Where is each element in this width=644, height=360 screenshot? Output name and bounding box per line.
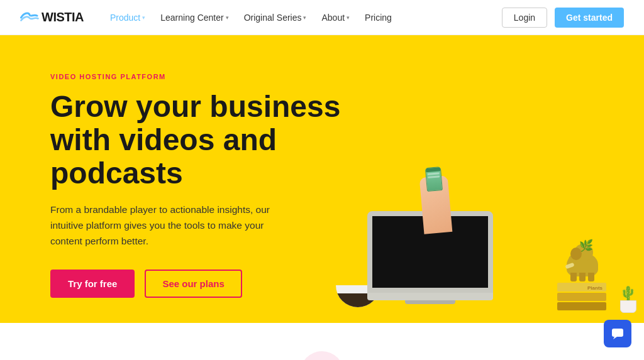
chevron-down-icon: ▾ bbox=[303, 14, 306, 21]
hero-description: From a brandable player to actionable in… bbox=[50, 202, 289, 249]
hero-title: Grow your business with videos and podca… bbox=[50, 90, 352, 190]
video-icon-container bbox=[300, 351, 344, 360]
below-hero-section bbox=[0, 323, 644, 360]
hero-image: 🌿 Plants 🌵 bbox=[317, 53, 644, 323]
laptop-stand bbox=[405, 300, 455, 304]
wistia-logo-icon bbox=[20, 11, 39, 25]
login-button[interactable]: Login bbox=[502, 8, 547, 28]
svg-marker-10 bbox=[613, 337, 617, 339]
logo[interactable]: WISTIA bbox=[20, 10, 84, 25]
nav-item-pricing[interactable]: Pricing bbox=[358, 9, 398, 26]
navbar: WISTIA Product ▾ Learning Center ▾ Origi… bbox=[0, 0, 644, 35]
hero-buttons: Try for free See our plans bbox=[50, 270, 352, 298]
try-for-free-button[interactable]: Try for free bbox=[50, 270, 135, 298]
nav-item-learning-center[interactable]: Learning Center ▾ bbox=[154, 9, 235, 26]
nav-item-original-series[interactable]: Original Series ▾ bbox=[238, 9, 313, 26]
chevron-down-icon: ▾ bbox=[142, 14, 145, 21]
nav-item-product[interactable]: Product ▾ bbox=[104, 9, 152, 26]
cactus-deco: 🌵 bbox=[619, 286, 636, 313]
hero-section: VIDEO HOSTING PLATFORM Grow your busines… bbox=[0, 35, 644, 323]
hero-eyebrow: VIDEO HOSTING PLATFORM bbox=[50, 73, 352, 80]
cactus-pot bbox=[620, 300, 636, 313]
chevron-down-icon: ▾ bbox=[347, 14, 350, 21]
laptop-decoration bbox=[367, 211, 493, 304]
chevron-down-icon: ▾ bbox=[226, 14, 229, 21]
chat-bubble-button[interactable] bbox=[604, 320, 631, 347]
svg-rect-9 bbox=[612, 329, 623, 337]
get-started-button[interactable]: Get started bbox=[555, 8, 624, 28]
logo-text: WISTIA bbox=[42, 10, 84, 25]
video-icon-badge bbox=[300, 351, 344, 360]
laptop-base bbox=[367, 293, 493, 300]
books-elephant-deco: 🌿 Plants bbox=[557, 245, 606, 310]
see-our-plans-button[interactable]: See our plans bbox=[145, 270, 242, 298]
hero-content: VIDEO HOSTING PLATFORM Grow your busines… bbox=[50, 73, 352, 298]
nav-item-about[interactable]: About ▾ bbox=[315, 9, 356, 26]
hero-visual-bg: 🌿 Plants 🌵 bbox=[317, 53, 644, 323]
nav-right: Login Get started bbox=[502, 8, 624, 28]
nav-links: Product ▾ Learning Center ▾ Original Ser… bbox=[104, 9, 502, 26]
chat-icon bbox=[611, 327, 625, 341]
cactus-icon: 🌵 bbox=[619, 286, 636, 300]
